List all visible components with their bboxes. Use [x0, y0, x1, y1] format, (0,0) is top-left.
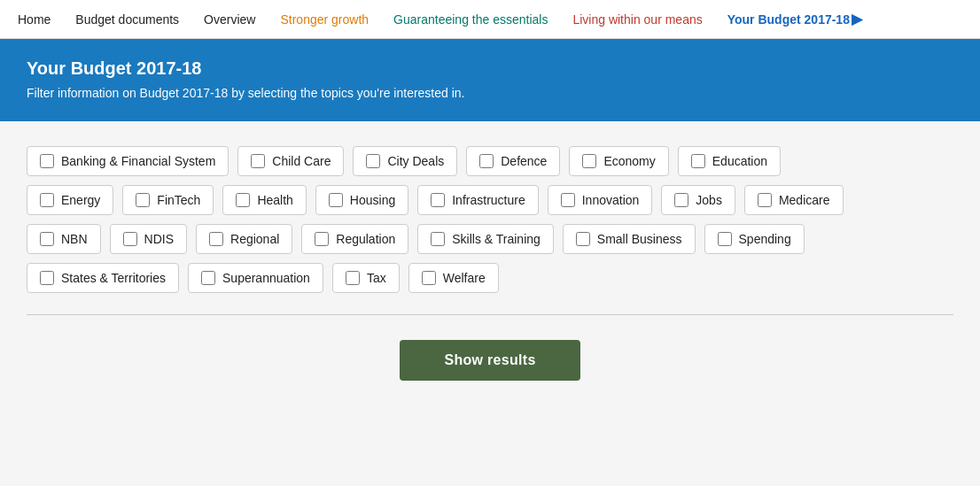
filter-checkbox-jobs[interactable]: [674, 193, 688, 207]
hero-subtitle: Filter information on Budget 2017-18 by …: [27, 86, 953, 100]
filter-item-city-deals[interactable]: City Deals: [353, 146, 457, 176]
filter-checkbox-education[interactable]: [691, 154, 705, 168]
filter-checkbox-welfare[interactable]: [422, 271, 436, 285]
filter-label-skills---training: Skills & Training: [452, 232, 541, 246]
divider: [27, 314, 953, 315]
filter-label-medicare: Medicare: [779, 193, 830, 207]
filter-checkbox-ndis[interactable]: [123, 232, 137, 246]
nav-living[interactable]: Living within our means: [572, 12, 702, 27]
filter-label-child-care: Child Care: [272, 154, 331, 168]
hero-title: Your Budget 2017-18: [27, 58, 953, 79]
filter-item-education[interactable]: Education: [678, 146, 781, 176]
filter-checkbox-spending[interactable]: [718, 232, 732, 246]
external-link-icon: ▶: [852, 12, 862, 27]
show-results-button[interactable]: Show results: [400, 340, 579, 381]
filter-item-child-care[interactable]: Child Care: [237, 146, 344, 176]
filter-item-nbn[interactable]: NBN: [27, 224, 101, 254]
filter-checkbox-nbn[interactable]: [40, 232, 54, 246]
nav-overview[interactable]: Overview: [204, 12, 255, 27]
filter-label-defence: Defence: [501, 154, 547, 168]
nav-stronger-growth[interactable]: Stronger growth: [280, 12, 369, 27]
filter-item-innovation[interactable]: Innovation: [548, 185, 653, 215]
filter-checkbox-medicare[interactable]: [758, 193, 772, 207]
filter-checkbox-tax[interactable]: [346, 271, 360, 285]
filter-label-fintech: FinTech: [157, 193, 200, 207]
filter-label-health: Health: [257, 193, 292, 207]
filter-item-small-business[interactable]: Small Business: [563, 224, 696, 254]
filter-label-energy: Energy: [61, 193, 100, 207]
filter-label-education: Education: [712, 154, 767, 168]
filter-checkbox-infrastructure[interactable]: [431, 193, 445, 207]
filter-item-ndis[interactable]: NDIS: [110, 224, 187, 254]
filter-label-nbn: NBN: [61, 232, 88, 246]
filter-item-energy[interactable]: Energy: [27, 185, 113, 215]
filter-item-regulation[interactable]: Regulation: [301, 224, 408, 254]
nav-home[interactable]: Home: [18, 12, 51, 27]
filter-label-superannuation: Superannuation: [222, 271, 310, 285]
filter-checkbox-regulation[interactable]: [315, 232, 329, 246]
filter-label-jobs: Jobs: [696, 193, 722, 207]
filter-checkbox-innovation[interactable]: [561, 193, 575, 207]
nav-budget-docs[interactable]: Budget documents: [75, 12, 179, 27]
filter-label-ndis: NDIS: [144, 232, 174, 246]
filter-item-states---territories[interactable]: States & Territories: [27, 263, 179, 293]
filter-item-skills---training[interactable]: Skills & Training: [417, 224, 554, 254]
filter-checkbox-energy[interactable]: [40, 193, 54, 207]
filter-item-fintech[interactable]: FinTech: [122, 185, 214, 215]
filter-item-superannuation[interactable]: Superannuation: [188, 263, 323, 293]
filter-label-states---territories: States & Territories: [61, 271, 166, 285]
filter-item-economy[interactable]: Economy: [569, 146, 668, 176]
filter-checkbox-housing[interactable]: [329, 193, 343, 207]
filter-item-medicare[interactable]: Medicare: [744, 185, 844, 215]
filter-label-city-deals: City Deals: [387, 154, 444, 168]
filter-checkbox-economy[interactable]: [582, 154, 596, 168]
filter-label-small-business: Small Business: [597, 232, 682, 246]
filter-checkbox-skills---training[interactable]: [431, 232, 445, 246]
filter-checkbox-city-deals[interactable]: [366, 154, 380, 168]
filter-label-tax: Tax: [367, 271, 386, 285]
filter-item-health[interactable]: Health: [222, 185, 306, 215]
filter-row-3: NBNNDISRegionalRegulationSkills & Traini…: [27, 224, 953, 254]
filter-item-infrastructure[interactable]: Infrastructure: [417, 185, 538, 215]
filter-checkbox-regional[interactable]: [209, 232, 223, 246]
filter-item-jobs[interactable]: Jobs: [661, 185, 735, 215]
navbar: Home Budget documents Overview Stronger …: [0, 0, 980, 39]
hero-banner: Your Budget 2017-18 Filter information o…: [0, 39, 980, 121]
filter-row-2: EnergyFinTechHealthHousingInfrastructure…: [27, 185, 953, 215]
filter-checkbox-defence[interactable]: [479, 154, 494, 168]
filter-label-economy: Economy: [603, 154, 655, 168]
filter-item-welfare[interactable]: Welfare: [408, 263, 499, 293]
filter-label-innovation: Innovation: [582, 193, 640, 207]
filter-label-infrastructure: Infrastructure: [452, 193, 525, 207]
filter-label-housing: Housing: [350, 193, 395, 207]
filter-checkbox-small-business[interactable]: [576, 232, 590, 246]
filter-label-welfare: Welfare: [443, 271, 486, 285]
filter-item-banking---financial-system[interactable]: Banking & Financial System: [27, 146, 229, 176]
filter-label-spending: Spending: [739, 232, 791, 246]
nav-your-budget[interactable]: Your Budget 2017-18▶: [727, 11, 862, 27]
filter-label-regulation: Regulation: [336, 232, 395, 246]
filter-checkbox-states---territories[interactable]: [40, 271, 54, 285]
filter-checkbox-superannuation[interactable]: [201, 271, 215, 285]
filter-checkbox-fintech[interactable]: [136, 193, 150, 207]
main-content: Banking & Financial SystemChild CareCity…: [0, 121, 980, 407]
filter-row-4: States & TerritoriesSuperannuationTaxWel…: [27, 263, 953, 293]
filter-item-defence[interactable]: Defence: [466, 146, 560, 176]
filter-item-tax[interactable]: Tax: [332, 263, 400, 293]
filter-label-regional: Regional: [230, 232, 279, 246]
filter-checkbox-health[interactable]: [236, 193, 250, 207]
filter-row-1: Banking & Financial SystemChild CareCity…: [27, 146, 953, 176]
filter-checkbox-child-care[interactable]: [251, 154, 265, 168]
nav-guaranteeing[interactable]: Guaranteeing the essentials: [393, 12, 548, 27]
filter-label-banking---financial-system: Banking & Financial System: [61, 154, 215, 168]
filter-checkbox-banking---financial-system[interactable]: [40, 154, 54, 168]
filter-item-regional[interactable]: Regional: [196, 224, 292, 254]
filter-item-housing[interactable]: Housing: [315, 185, 408, 215]
filter-item-spending[interactable]: Spending: [704, 224, 805, 254]
